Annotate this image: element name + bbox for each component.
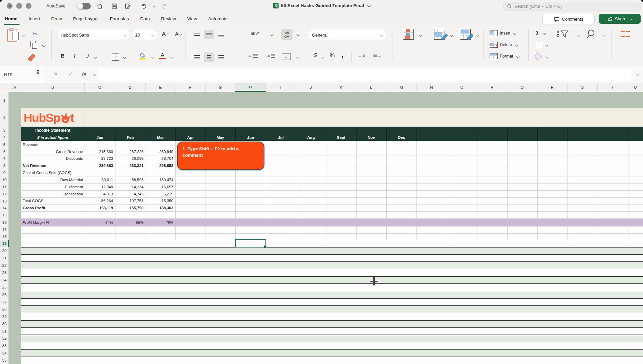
tab-draw[interactable]: Draw [51, 16, 62, 21]
autosave-toggle[interactable] [77, 3, 91, 9]
currency-menu-chevron[interactable] [321, 56, 325, 59]
row-header-19[interactable]: 19 [0, 240, 9, 247]
income-row-transaction[interactable]: Transaction4,3134,7455,219 [21, 190, 175, 197]
conditional-formatting-chevron[interactable] [419, 34, 422, 37]
wrap-text-menu-chevron[interactable] [296, 33, 300, 37]
row-header-2[interactable]: 2 [0, 114, 9, 121]
cell-value[interactable]: 86,264 [85, 197, 115, 204]
column-header-B[interactable]: B [21, 83, 85, 92]
cell-value[interactable] [146, 211, 175, 218]
tab-review[interactable]: Review [161, 16, 176, 21]
income-row-gross-revenue[interactable]: Gross Revenue215,660237,226260,949 [21, 148, 175, 155]
format-as-table-icon[interactable] [434, 29, 445, 40]
fx-menu-chevron[interactable] [93, 73, 96, 76]
delete-cells-button[interactable]: ✕ Delete [490, 42, 518, 48]
cell-value[interactable]: 239,383 [85, 162, 115, 169]
cell-value[interactable]: 14,234 [115, 183, 146, 190]
income-row-gross-profit[interactable]: Gross Profit153,119155,750138,303 [21, 204, 175, 211]
cell-value[interactable]: 155,750 [115, 204, 146, 211]
align-center-button[interactable] [204, 52, 214, 62]
share-button[interactable]: Share [599, 14, 641, 24]
row-header-1[interactable]: 1 [0, 97, 9, 104]
column-header-L[interactable]: L [356, 83, 386, 92]
income-row-revenue[interactable]: Revenue [21, 141, 175, 148]
paste-button[interactable] [6, 28, 18, 42]
column-header-T[interactable]: T [598, 83, 628, 92]
font-size-select[interactable]: 10 [132, 30, 157, 40]
undo-menu-chevron[interactable] [152, 4, 156, 8]
formula-input[interactable] [98, 68, 631, 81]
column-header-M[interactable]: M [386, 83, 416, 92]
row-header-27[interactable]: 27 [0, 299, 9, 305]
save-as-icon[interactable] [124, 2, 132, 10]
row-header-20[interactable]: 20 [0, 247, 9, 254]
cell-value[interactable] [85, 141, 115, 148]
orientation-menu-chevron[interactable] [271, 33, 274, 37]
align-right-button[interactable] [216, 52, 226, 62]
cell-value[interactable]: 69,011 [85, 176, 115, 183]
row-header-28[interactable]: 28 [0, 306, 9, 313]
row-header-5[interactable]: 5 [0, 141, 9, 148]
decrease-indent-button[interactable]: ⇤ [249, 53, 258, 59]
cell-value[interactable]: 130,474 [146, 176, 175, 183]
addins-icon[interactable] [621, 29, 630, 39]
undo-icon[interactable] [140, 2, 148, 10]
row-header-26[interactable]: 26 [0, 291, 9, 298]
merge-center-button[interactable]: ↔ [282, 53, 291, 60]
save-icon[interactable] [110, 2, 119, 10]
tab-page-layout[interactable]: Page Layout [73, 16, 99, 21]
row-header-4[interactable]: 4 [0, 134, 9, 141]
income-row-discounts[interactable]: Discounts23,72326,09528,704 [21, 155, 175, 162]
more-toolbar-icon[interactable]: ··· [174, 2, 180, 8]
name-box[interactable]: H19 [0, 66, 44, 83]
align-middle-button[interactable] [204, 30, 214, 39]
find-select-icon[interactable] [586, 29, 597, 40]
grow-font-button[interactable]: A [162, 31, 169, 38]
column-header-D[interactable]: D [115, 83, 146, 92]
row-header-16[interactable]: 16 [0, 219, 9, 226]
confirm-entry-icon[interactable]: ✓ [68, 71, 73, 77]
shrink-font-button[interactable]: A [175, 31, 182, 37]
insert-cells-button[interactable]: Insert [490, 30, 516, 36]
column-header-G[interactable]: G [206, 83, 235, 92]
column-header-N[interactable]: N [416, 83, 447, 92]
font-color-button[interactable]: A [159, 52, 166, 59]
underline-menu-chevron[interactable] [94, 56, 97, 59]
column-header-I[interactable]: I [266, 83, 296, 92]
cell-value[interactable] [146, 169, 175, 176]
document-title-group[interactable]: X 50 Excel Hacks Guided Template Final [273, 3, 370, 8]
cell-value[interactable] [146, 141, 175, 148]
cell-value[interactable]: 88,593 [115, 176, 146, 183]
cell-value[interactable]: 153,119 [85, 204, 115, 211]
column-header-S[interactable]: S [567, 83, 598, 92]
cell-value[interactable]: 4,313 [85, 190, 115, 197]
income-row-total-cogs[interactable]: Total COGS86,264107,75115,350 [21, 197, 175, 204]
cell-value[interactable]: 4,745 [115, 190, 146, 197]
fill-handle[interactable] [264, 245, 267, 248]
cell-value[interactable]: 28,704 [146, 155, 175, 162]
currency-button[interactable]: $ [314, 52, 317, 59]
cell-value[interactable]: 138,303 [146, 204, 175, 211]
cell-value[interactable]: 15,657 [146, 183, 175, 190]
row-header-12[interactable]: 12 [0, 191, 9, 197]
tab-data[interactable]: Data [140, 16, 150, 21]
borders-menu-chevron[interactable] [123, 56, 126, 59]
cell-value[interactable] [85, 211, 115, 218]
column-header-F[interactable]: F [175, 83, 206, 92]
align-top-button[interactable] [192, 30, 202, 39]
conditional-formatting-icon[interactable] [403, 29, 414, 40]
italic-button[interactable]: I [74, 53, 76, 59]
row-header-32[interactable]: 32 [0, 335, 9, 342]
row-header-34[interactable]: 34 [0, 350, 9, 357]
cell-value[interactable]: 5,219 [146, 190, 175, 197]
sort-filter-icon[interactable]: AZ [557, 29, 569, 38]
row-header-6[interactable]: 6 [0, 148, 9, 155]
insert-function-icon[interactable]: fx [82, 71, 86, 77]
decrease-decimal-button[interactable]: .00→ [372, 53, 381, 58]
cancel-entry-icon[interactable]: ✕ [53, 71, 58, 77]
search-input[interactable]: Search (Cmd + Ctrl + U) [503, 2, 641, 10]
close-window-button[interactable] [7, 3, 13, 9]
redo-icon[interactable] [160, 2, 168, 10]
paste-menu-chevron[interactable] [22, 34, 25, 37]
cell-value[interactable]: 59% [115, 218, 146, 226]
